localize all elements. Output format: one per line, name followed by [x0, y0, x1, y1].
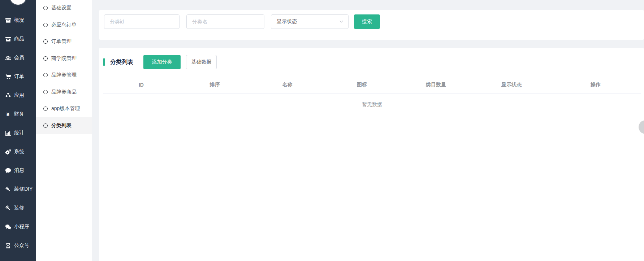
primary-nav-label: 会员 [14, 55, 24, 61]
users-icon [5, 55, 11, 61]
col-header-actions: 操作 [550, 76, 641, 93]
primary-nav-system[interactable]: 系统 [0, 142, 36, 161]
col-header-sort: 排序 [179, 76, 251, 93]
secondary-sidebar: 基础设置 必应鸟订单 订单管理 商学院管理 品牌券管理 品牌券商品 app版本管… [36, 0, 92, 261]
submenu-item-brand-coupon-management[interactable]: 品牌券管理 [36, 67, 92, 84]
submenu-label: app版本管理 [51, 105, 80, 112]
primary-sidebar: 概况 商品 会员 订单 应用 [0, 0, 36, 261]
category-name-input[interactable] [186, 14, 264, 29]
primary-nav-label: 概况 [14, 17, 24, 23]
primary-nav-members[interactable]: 会员 [0, 48, 36, 67]
col-header-item-count: 类目数量 [399, 76, 472, 93]
app-logo[interactable] [10, 0, 26, 5]
submenu-item-business-school[interactable]: 商学院管理 [36, 50, 92, 67]
primary-nav-label: 统计 [14, 130, 24, 136]
primary-nav-label: 订单 [14, 73, 24, 80]
col-header-icon: 图标 [324, 76, 399, 93]
add-category-button[interactable]: 添加分类 [143, 55, 181, 69]
primary-nav-mini-program[interactable]: 小程序 [0, 217, 36, 236]
circle-icon [43, 23, 48, 27]
circle-icon [43, 73, 48, 77]
cubes-icon [5, 92, 11, 99]
primary-nav-label: 财务 [14, 111, 24, 117]
primary-nav-label: 装修DIY [14, 186, 33, 192]
primary-nav-decorate-diy[interactable]: 装修DIY [0, 180, 36, 199]
filter-card: 显示状态 搜索 [99, 10, 644, 40]
primary-nav-label: 商品 [14, 36, 24, 42]
archive-icon [5, 17, 11, 23]
submenu-item-order-management[interactable]: 订单管理 [36, 33, 92, 50]
circle-icon [43, 123, 48, 128]
category-list-card: 分类列表 添加分类 基础数据 ID 排序 名称 图标 类目数量 显示状态 操作 [99, 48, 644, 261]
submenu-label: 分类列表 [51, 122, 72, 129]
col-header-name: 名称 [251, 76, 324, 93]
display-status-value: 显示状态 [277, 18, 297, 25]
yen-icon: ¥ [5, 111, 11, 117]
submenu-item-app-version[interactable]: app版本管理 [36, 100, 92, 117]
submenu-label: 品牌券管理 [51, 72, 77, 78]
primary-nav-messages[interactable]: 消息 [0, 161, 36, 180]
circle-icon [43, 56, 48, 61]
basic-data-button[interactable]: 基础数据 [186, 55, 217, 69]
comment-icon [5, 168, 11, 174]
bar-chart-icon [5, 130, 11, 136]
category-id-input[interactable] [104, 14, 180, 29]
submenu-item-brand-coupon-goods[interactable]: 品牌券商品 [36, 84, 92, 101]
panel-header: 分类列表 添加分类 基础数据 [103, 55, 644, 69]
hourglass-icon [5, 243, 11, 249]
primary-nav-label: 消息 [14, 167, 24, 174]
empty-state-text: 暂无数据 [103, 93, 641, 116]
table-header-row: ID 排序 名称 图标 类目数量 显示状态 操作 [103, 76, 641, 93]
chevron-down-icon [339, 19, 344, 24]
circle-icon [43, 106, 48, 111]
wechat-icon [5, 224, 11, 230]
box-icon [5, 36, 11, 42]
page-title: 分类列表 [110, 58, 133, 66]
submenu-label: 商学院管理 [51, 55, 77, 62]
submenu-label: 必应鸟订单 [51, 22, 77, 28]
submenu-label: 订单管理 [51, 38, 72, 45]
primary-nav-overview[interactable]: 概况 [0, 11, 36, 30]
circle-icon [43, 6, 48, 10]
circle-icon [43, 39, 48, 44]
primary-nav-orders[interactable]: 订单 [0, 67, 36, 86]
primary-nav-label: 装修 [14, 205, 24, 211]
primary-nav-apps[interactable]: 应用 [0, 86, 36, 105]
primary-nav: 概况 商品 会员 订单 应用 [0, 11, 36, 255]
primary-nav-decorate[interactable]: 装修 [0, 199, 36, 217]
table-empty-row: 暂无数据 [103, 93, 641, 116]
primary-nav-stats[interactable]: 统计 [0, 123, 36, 142]
primary-nav-label: 公众号 [14, 242, 29, 249]
primary-nav-goods[interactable]: 商品 [0, 30, 36, 48]
primary-nav-label: 系统 [14, 148, 24, 155]
display-status-select[interactable]: 显示状态 [271, 14, 349, 29]
gavel-icon [5, 205, 11, 211]
primary-nav-official-account[interactable]: 公众号 [0, 236, 36, 255]
gavel-icon [5, 186, 11, 192]
primary-nav-finance[interactable]: ¥ 财务 [0, 105, 36, 123]
gears-icon [5, 149, 11, 155]
col-header-id: ID [103, 76, 179, 93]
submenu-item-bird-orders[interactable]: 必应鸟订单 [36, 17, 92, 34]
col-header-display-state: 显示状态 [472, 76, 550, 93]
main-content: 显示状态 搜索 分类列表 添加分类 基础数据 ID 排序 名称 [92, 0, 644, 261]
search-button[interactable]: 搜索 [354, 14, 380, 29]
submenu-item-basic-settings[interactable]: 基础设置 [36, 0, 92, 17]
category-table: ID 排序 名称 图标 类目数量 显示状态 操作 暂无数据 [103, 76, 641, 116]
primary-nav-label: 小程序 [14, 223, 29, 230]
accent-bar [103, 58, 105, 66]
primary-nav-label: 应用 [14, 92, 24, 99]
circle-icon [43, 90, 48, 94]
submenu-label: 基础设置 [51, 5, 72, 11]
cart-icon [5, 74, 11, 80]
submenu-item-category-list[interactable]: 分类列表 [36, 117, 92, 134]
submenu-label: 品牌券商品 [51, 89, 77, 95]
secondary-nav: 基础设置 必应鸟订单 订单管理 商学院管理 品牌券管理 品牌券商品 app版本管… [36, 0, 92, 134]
